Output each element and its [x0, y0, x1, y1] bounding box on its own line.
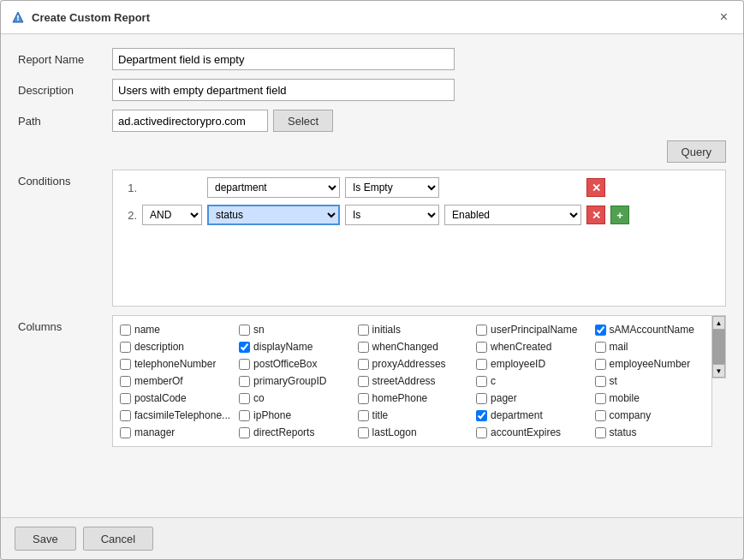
column-item: directReports — [235, 426, 352, 439]
column-label: ipPhone — [253, 409, 291, 421]
column-checkbox-st[interactable] — [595, 376, 606, 387]
column-label: postOfficeBox — [253, 358, 317, 370]
columns-scrollbar[interactable]: ▲ ▼ — [712, 315, 726, 378]
column-item: proxyAddresses — [354, 357, 471, 371]
column-checkbox-whenChanged[interactable] — [358, 342, 369, 353]
scroll-up-arrow[interactable]: ▲ — [712, 316, 725, 330]
column-label: memberOf — [134, 375, 183, 387]
column-item: st — [592, 374, 708, 388]
column-checkbox-primaryGroupID[interactable] — [239, 376, 250, 387]
column-label: proxyAddresses — [372, 358, 446, 370]
column-label: whenChanged — [372, 341, 438, 353]
column-checkbox-postalCode[interactable] — [120, 393, 131, 404]
column-item: memberOf — [116, 374, 234, 388]
column-checkbox-proxyAddresses[interactable] — [358, 359, 369, 370]
condition-1-op[interactable]: Is Empty Is Is Not — [345, 177, 439, 198]
column-item: primaryGroupID — [235, 374, 352, 388]
column-checkbox-manager[interactable] — [120, 427, 131, 438]
cancel-button[interactable]: Cancel — [83, 527, 153, 551]
scroll-down-arrow[interactable]: ▼ — [712, 364, 725, 378]
condition-2-remove-button[interactable]: ✕ — [586, 206, 605, 224]
column-label: displayName — [253, 341, 312, 353]
title-bar-left: Create Custom Report — [11, 10, 150, 24]
column-checkbox-name[interactable] — [120, 325, 131, 336]
column-label: lastLogon — [372, 426, 417, 438]
conditions-label: Conditions — [18, 170, 112, 188]
query-row: Query — [18, 140, 726, 163]
column-label: co — [253, 392, 265, 404]
column-checkbox-whenCreated[interactable] — [476, 342, 487, 353]
condition-2-and[interactable]: AND OR — [142, 205, 202, 225]
column-checkbox-userPrincipalName[interactable] — [476, 325, 487, 336]
close-button[interactable]: × — [715, 8, 733, 27]
path-label: Path — [18, 115, 112, 128]
condition-row-2: 2. AND OR status Is Is Not Is Empty Ena — [120, 205, 718, 225]
column-checkbox-employeeID[interactable] — [476, 359, 487, 370]
condition-2-val[interactable]: Enabled Disabled — [444, 205, 581, 225]
select-button[interactable]: Select — [273, 110, 333, 132]
condition-1-field[interactable]: department — [207, 177, 340, 198]
column-checkbox-sAMAccountName[interactable] — [595, 325, 606, 336]
column-item: accountExpires — [473, 426, 589, 439]
description-label: Description — [18, 84, 112, 97]
column-item: name — [116, 323, 234, 337]
column-checkbox-title[interactable] — [358, 410, 369, 421]
column-label: mail — [610, 341, 628, 353]
column-checkbox-employeeNumber[interactable] — [595, 359, 606, 370]
condition-1-remove-button[interactable]: ✕ — [586, 178, 605, 197]
column-checkbox-ipPhone[interactable] — [239, 410, 250, 421]
column-checkbox-c[interactable] — [476, 376, 487, 387]
column-item: employeeNumber — [592, 357, 708, 371]
column-checkbox-homePhone[interactable] — [358, 393, 369, 404]
column-checkbox-memberOf[interactable] — [120, 376, 131, 387]
column-item: initials — [354, 323, 471, 337]
column-checkbox-company[interactable] — [595, 410, 606, 421]
column-checkbox-sn[interactable] — [239, 325, 250, 336]
column-label: company — [610, 409, 652, 421]
column-checkbox-postOfficeBox[interactable] — [239, 359, 250, 370]
column-item: status — [592, 426, 708, 439]
column-checkbox-initials[interactable] — [358, 325, 369, 336]
column-item: whenCreated — [473, 340, 589, 354]
path-input[interactable] — [112, 110, 268, 132]
column-item: telephoneNumber — [116, 357, 234, 371]
column-checkbox-displayName[interactable] — [239, 342, 250, 353]
report-name-input[interactable] — [112, 48, 455, 70]
column-checkbox-streetAddress[interactable] — [358, 376, 369, 387]
column-label: name — [134, 324, 160, 336]
condition-2-add-button[interactable]: + — [610, 206, 629, 224]
scroll-thumb[interactable] — [712, 330, 725, 364]
column-item: userPrincipalName — [473, 323, 589, 337]
column-item: postOfficeBox — [235, 357, 352, 371]
svg-rect-2 — [17, 15, 19, 19]
save-button[interactable]: Save — [15, 527, 76, 551]
column-item: employeeID — [473, 357, 589, 371]
column-item: title — [354, 408, 471, 422]
query-button[interactable]: Query — [667, 140, 726, 163]
report-name-label: Report Name — [18, 53, 112, 66]
column-label: pager — [491, 392, 517, 404]
column-checkbox-directReports[interactable] — [239, 427, 250, 438]
columns-box: namesninitialsuserPrincipalNamesAMAccoun… — [112, 315, 712, 447]
column-label: sn — [253, 324, 265, 336]
column-checkbox-mobile[interactable] — [595, 393, 606, 404]
column-item: description — [116, 340, 234, 354]
condition-2-field[interactable]: status — [207, 205, 340, 225]
scroll-track — [712, 330, 725, 364]
column-checkbox-mail[interactable] — [595, 342, 606, 353]
svg-point-1 — [17, 19, 19, 21]
dialog-content: Report Name Description Path Select Quer… — [1, 34, 743, 517]
column-checkbox-co[interactable] — [239, 393, 250, 404]
condition-2-op[interactable]: Is Is Not Is Empty — [345, 205, 439, 225]
column-checkbox-department[interactable] — [476, 410, 487, 421]
column-checkbox-telephoneNumber[interactable] — [120, 359, 131, 370]
description-input[interactable] — [112, 79, 455, 101]
column-checkbox-description[interactable] — [120, 342, 131, 353]
column-checkbox-pager[interactable] — [476, 393, 487, 404]
column-checkbox-lastLogon[interactable] — [358, 427, 369, 438]
column-checkbox-facsimileTelephone...[interactable] — [120, 410, 131, 421]
column-label: manager — [134, 426, 175, 438]
column-checkbox-status[interactable] — [595, 427, 606, 438]
column-label: employeeNumber — [610, 358, 691, 370]
column-checkbox-accountExpires[interactable] — [476, 427, 487, 438]
